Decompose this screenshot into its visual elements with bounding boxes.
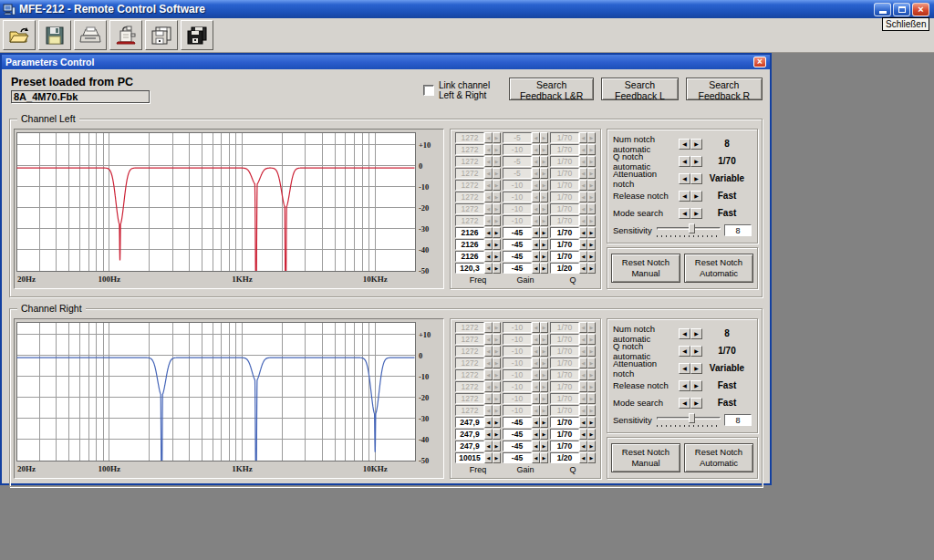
maximize-button[interactable] xyxy=(893,3,910,16)
freq-decrement-button[interactable]: ◀ xyxy=(484,144,493,155)
freq-input[interactable] xyxy=(455,405,484,416)
gain-decrement-button[interactable]: ◀ xyxy=(532,393,540,404)
gain-input[interactable] xyxy=(503,251,532,262)
freq-input[interactable] xyxy=(455,358,484,368)
q-increment-button[interactable]: ▶ xyxy=(587,180,596,191)
q-decrement-button[interactable]: ◀ xyxy=(579,322,587,333)
freq-increment-button[interactable]: ▶ xyxy=(493,156,501,167)
backup-disks-button[interactable] xyxy=(181,20,213,50)
freq-decrement-button[interactable]: ◀ xyxy=(484,251,493,262)
freq-decrement-button[interactable]: ◀ xyxy=(484,381,493,392)
gain-increment-button[interactable]: ▶ xyxy=(540,192,548,202)
q-input[interactable] xyxy=(550,441,579,451)
q-increment-button[interactable]: ▶ xyxy=(587,215,596,226)
q-input[interactable] xyxy=(550,334,579,345)
gain-increment-button[interactable]: ▶ xyxy=(540,417,548,428)
q-input[interactable] xyxy=(550,156,579,167)
freq-input[interactable] xyxy=(455,156,484,167)
gain-decrement-button[interactable]: ◀ xyxy=(532,227,540,238)
q-input[interactable] xyxy=(550,168,579,179)
q-decrement-button[interactable]: ◀ xyxy=(579,227,587,238)
gain-decrement-button[interactable]: ◀ xyxy=(532,239,540,250)
q-input[interactable] xyxy=(550,132,579,143)
gain-input[interactable] xyxy=(503,441,532,451)
gain-increment-button[interactable]: ▶ xyxy=(540,156,548,167)
mode-search-increment-button[interactable]: ▶ xyxy=(690,208,702,219)
attenuation-notch-increment-button[interactable]: ▶ xyxy=(690,363,702,374)
gain-input[interactable] xyxy=(503,452,532,463)
save-file-button[interactable] xyxy=(38,20,71,50)
q-notch-automatic-decrement-button[interactable]: ◀ xyxy=(679,156,690,167)
freq-input[interactable] xyxy=(455,168,484,179)
q-input[interactable] xyxy=(550,227,579,238)
q-decrement-button[interactable]: ◀ xyxy=(579,358,587,368)
q-decrement-button[interactable]: ◀ xyxy=(579,393,587,404)
freq-decrement-button[interactable]: ◀ xyxy=(484,168,493,179)
gain-increment-button[interactable]: ▶ xyxy=(540,215,548,226)
q-increment-button[interactable]: ▶ xyxy=(587,405,596,416)
freq-decrement-button[interactable]: ◀ xyxy=(484,346,493,357)
gain-increment-button[interactable]: ▶ xyxy=(540,251,548,262)
gain-increment-button[interactable]: ▶ xyxy=(540,227,548,238)
gain-increment-button[interactable]: ▶ xyxy=(540,393,548,404)
gain-input[interactable] xyxy=(503,203,532,214)
freq-increment-button[interactable]: ▶ xyxy=(493,203,501,214)
gain-decrement-button[interactable]: ◀ xyxy=(532,203,540,214)
freq-decrement-button[interactable]: ◀ xyxy=(484,215,493,226)
freq-increment-button[interactable]: ▶ xyxy=(493,417,501,428)
gain-input[interactable] xyxy=(503,168,532,179)
q-input[interactable] xyxy=(550,393,579,404)
q-decrement-button[interactable]: ◀ xyxy=(579,251,587,262)
freq-decrement-button[interactable]: ◀ xyxy=(484,405,493,416)
freq-increment-button[interactable]: ▶ xyxy=(493,132,501,143)
gain-increment-button[interactable]: ▶ xyxy=(540,405,548,416)
freq-decrement-button[interactable]: ◀ xyxy=(484,429,493,440)
gain-increment-button[interactable]: ▶ xyxy=(540,322,548,333)
gain-decrement-button[interactable]: ◀ xyxy=(532,156,540,167)
window-titlebar[interactable]: MFE-212 - Remote Control Software × xyxy=(0,0,934,18)
num-notch-automatic-decrement-button[interactable]: ◀ xyxy=(679,328,690,339)
gain-input[interactable] xyxy=(503,334,532,345)
freq-decrement-button[interactable]: ◀ xyxy=(484,132,493,143)
freq-input[interactable] xyxy=(455,251,484,262)
search-feedback-l-button[interactable]: Search Feedback L xyxy=(601,78,678,100)
freq-input[interactable] xyxy=(455,203,484,214)
gain-increment-button[interactable]: ▶ xyxy=(540,263,548,274)
freq-decrement-button[interactable]: ◀ xyxy=(484,417,493,428)
release-notch-increment-button[interactable]: ▶ xyxy=(690,380,702,391)
num-notch-automatic-increment-button[interactable]: ▶ xyxy=(690,328,702,339)
freq-input[interactable] xyxy=(455,381,484,392)
q-notch-automatic-decrement-button[interactable]: ◀ xyxy=(679,346,690,357)
gain-input[interactable] xyxy=(503,322,532,333)
q-increment-button[interactable]: ▶ xyxy=(587,334,596,345)
q-input[interactable] xyxy=(550,192,579,202)
gain-decrement-button[interactable]: ◀ xyxy=(532,251,540,262)
reset-notch-manual-button[interactable]: Reset Notch Manual xyxy=(611,443,680,472)
q-notch-automatic-increment-button[interactable]: ▶ xyxy=(690,156,702,167)
freq-decrement-button[interactable]: ◀ xyxy=(484,263,493,274)
q-input[interactable] xyxy=(550,144,579,155)
q-decrement-button[interactable]: ◀ xyxy=(579,168,587,179)
gain-decrement-button[interactable]: ◀ xyxy=(532,263,540,274)
q-increment-button[interactable]: ▶ xyxy=(587,168,596,179)
gain-increment-button[interactable]: ▶ xyxy=(540,168,548,179)
gain-input[interactable] xyxy=(503,417,532,428)
release-notch-increment-button[interactable]: ▶ xyxy=(690,191,702,202)
freq-increment-button[interactable]: ▶ xyxy=(493,215,501,226)
freq-increment-button[interactable]: ▶ xyxy=(493,239,501,250)
freq-input[interactable] xyxy=(455,263,484,274)
gain-decrement-button[interactable]: ◀ xyxy=(532,358,540,368)
q-input[interactable] xyxy=(550,381,579,392)
q-input[interactable] xyxy=(550,417,579,428)
q-decrement-button[interactable]: ◀ xyxy=(579,156,587,167)
q-input[interactable] xyxy=(550,215,579,226)
freq-input[interactable] xyxy=(455,239,484,250)
dialog-close-button[interactable]: × xyxy=(753,57,766,67)
freq-input[interactable] xyxy=(455,334,484,345)
freq-decrement-button[interactable]: ◀ xyxy=(484,227,493,238)
q-input[interactable] xyxy=(550,180,579,191)
q-input[interactable] xyxy=(550,369,579,380)
freq-increment-button[interactable]: ▶ xyxy=(493,263,501,274)
q-increment-button[interactable]: ▶ xyxy=(587,144,596,155)
q-increment-button[interactable]: ▶ xyxy=(587,251,596,262)
